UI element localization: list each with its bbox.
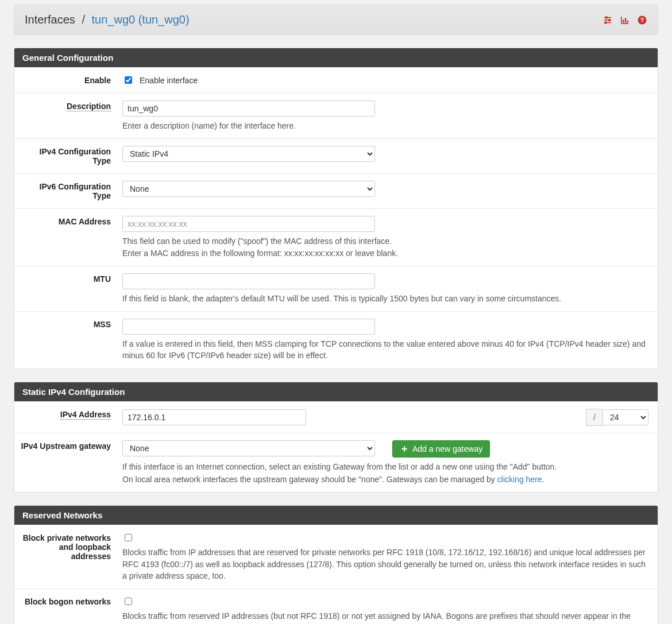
breadcrumb-current[interactable]: tun_wg0 (tun_wg0)	[92, 13, 190, 26]
panel-general-title: General Configuration	[14, 48, 658, 67]
label-block-private: Block private networks and loopback addr…	[14, 525, 122, 588]
svg-rect-8	[627, 20, 628, 22]
cidr-slash: /	[586, 409, 603, 426]
panel-reserved-title: Reserved Networks	[14, 506, 658, 525]
block-bogon-checkbox[interactable]	[125, 598, 132, 605]
panel-general: General Configuration Enable Enable inte…	[14, 48, 658, 369]
enable-checkbox[interactable]	[125, 76, 132, 84]
mss-help: If a value is entered in this field, the…	[122, 338, 648, 362]
panel-static-ipv4-title: Static IPv4 Configuration	[14, 382, 658, 401]
svg-point-3	[609, 19, 611, 21]
breadcrumb-sep: /	[82, 13, 85, 26]
ipv4type-select[interactable]: Static IPv4	[122, 146, 375, 162]
label-ipv4addr: IPv4 Address	[14, 402, 122, 433]
svg-point-5	[605, 22, 607, 24]
plus-icon	[400, 444, 409, 454]
label-ipv4type: IPv4 Configuration Type	[14, 139, 122, 173]
svg-point-1	[605, 17, 607, 18]
description-help: Enter a description (name) for the inter…	[122, 120, 648, 131]
svg-text:?: ?	[640, 16, 644, 23]
block-bogon-help: Blocks traffic from reserved IP addresse…	[122, 610, 648, 624]
mss-input[interactable]	[122, 319, 375, 335]
sliders-icon[interactable]	[603, 15, 613, 25]
add-gateway-button[interactable]: Add a new gateway	[392, 440, 490, 458]
label-gateway: IPv4 Upstream gateway	[14, 433, 122, 493]
description-input[interactable]	[122, 100, 375, 117]
page-header: Interfaces / tun_wg0 (tun_wg0)	[14, 5, 658, 35]
gateway-help: If this interface is an Internet connect…	[122, 461, 648, 472]
label-block-bogon: Block bogon networks	[14, 589, 122, 624]
svg-rect-7	[625, 18, 626, 22]
panel-static-ipv4: Static IPv4 Configuration IPv4 Address /…	[14, 382, 658, 493]
gateway-select[interactable]: None	[122, 440, 375, 456]
header-actions: ?	[603, 15, 647, 25]
mac-help: This field can be used to modify ("spoof…	[122, 235, 648, 259]
enable-checkbox-label[interactable]: Enable interface	[140, 76, 198, 85]
label-ipv6type: IPv6 Configuration Type	[14, 174, 122, 208]
label-enable: Enable	[14, 68, 122, 93]
label-mtu: MTU	[14, 266, 122, 311]
chart-icon[interactable]	[620, 15, 630, 25]
gateway-manage-link[interactable]: clicking here	[497, 475, 542, 484]
mtu-input[interactable]	[122, 273, 375, 289]
panel-reserved: Reserved Networks Block private networks…	[14, 505, 658, 624]
block-private-checkbox[interactable]	[125, 534, 132, 541]
add-gateway-label: Add a new gateway	[412, 444, 482, 454]
block-private-help: Blocks traffic from IP addresses that ar…	[122, 547, 648, 582]
ipv4-address-input[interactable]	[122, 409, 306, 425]
label-mac: MAC Address	[14, 209, 122, 266]
help-icon[interactable]: ?	[637, 15, 647, 25]
breadcrumb-root[interactable]: Interfaces	[25, 13, 75, 26]
mac-input[interactable]	[122, 216, 375, 232]
ipv6type-select[interactable]: None	[122, 181, 375, 197]
mtu-help: If this field is blank, the adapter's de…	[122, 293, 648, 304]
label-mss: MSS	[14, 312, 122, 369]
label-description: Description	[14, 94, 122, 138]
cidr-select[interactable]: 24	[603, 409, 648, 425]
breadcrumb: Interfaces / tun_wg0 (tun_wg0)	[25, 13, 190, 26]
svg-rect-6	[623, 20, 624, 22]
